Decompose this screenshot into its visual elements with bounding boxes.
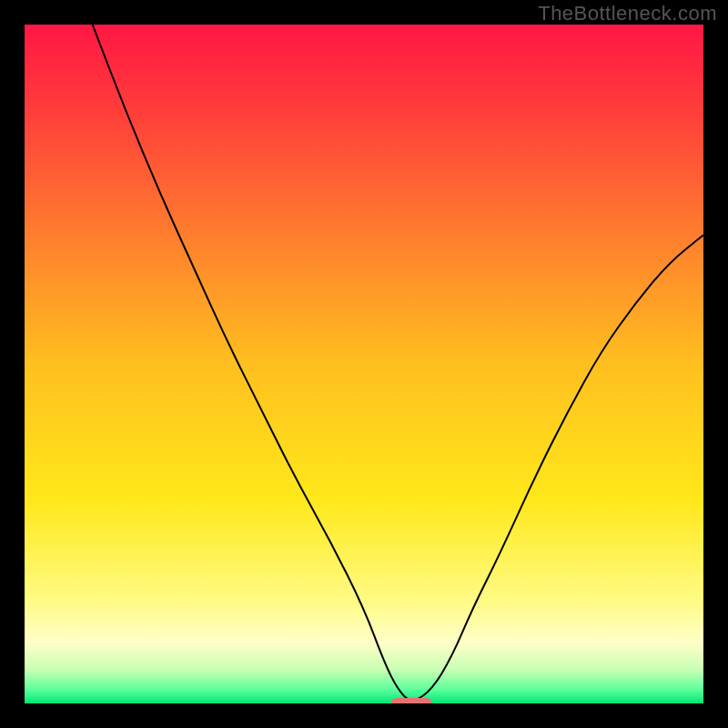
watermark-text: TheBottleneck.com <box>538 2 717 25</box>
plot-area <box>25 25 703 703</box>
minimum-marker <box>391 698 432 703</box>
chart-svg <box>25 25 703 703</box>
chart-container: TheBottleneck.com <box>0 0 728 728</box>
gradient-background <box>25 25 703 703</box>
